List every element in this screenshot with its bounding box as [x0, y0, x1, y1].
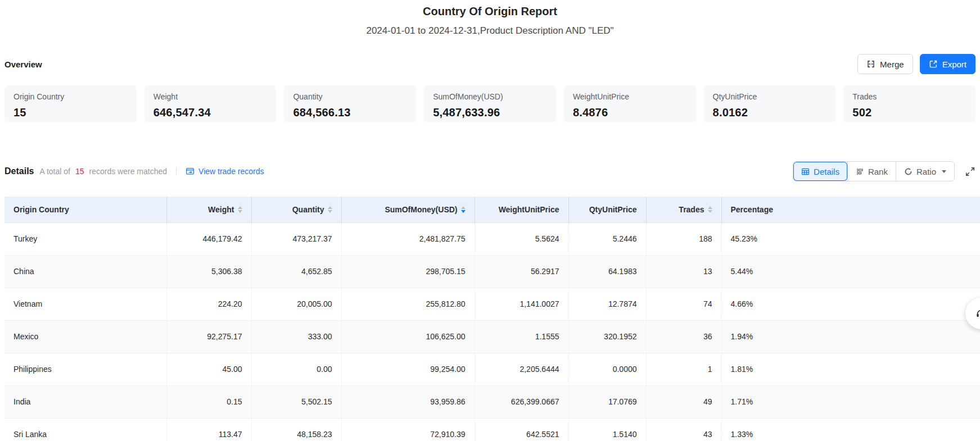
cell-weight: 92,275.17	[166, 320, 251, 353]
column-header-qty_unit_price: QtyUnitPrice	[568, 197, 646, 222]
vertical-divider	[176, 167, 177, 175]
cell-weight: 224.20	[166, 288, 251, 320]
table-row: China5,306.384,652.85298,705.1556.291764…	[4, 255, 980, 288]
card-label: Weight	[153, 92, 268, 102]
column-header-sum_of_money_usd[interactable]: SumOfMoney(USD)	[341, 197, 475, 222]
overview-card-quantity: Quantity684,566.13	[284, 85, 416, 122]
column-label: Weight	[208, 205, 234, 214]
cell-weight: 5,306.38	[166, 255, 251, 288]
report-head: Country Of Origin Report 2024-01-01 to 2…	[0, 0, 980, 37]
column-header-origin_country: Origin Country	[4, 197, 166, 222]
cell-quantity: 0.00	[251, 353, 341, 385]
view-switcher: Details Rank	[793, 161, 955, 181]
cell-weight: 45.00	[166, 353, 251, 385]
overview-bar: Overview Merge	[0, 53, 980, 75]
cell-quantity: 48,158.23	[251, 418, 341, 441]
headset-icon	[975, 307, 980, 320]
card-value: 15	[13, 106, 128, 119]
cell-trades: 49	[646, 385, 721, 418]
column-header-weight_unit_price: WeightUnitPrice	[475, 197, 568, 222]
table-row: India0.155,502.1593,959.86626,399.066717…	[4, 385, 980, 418]
card-value: 684,566.13	[293, 106, 407, 119]
matched-count: 15	[75, 167, 84, 176]
view-trade-records-link[interactable]: View trade records	[186, 167, 264, 176]
cell-weight: 446,179.42	[166, 222, 251, 255]
cell-weight_unit_price: 642.5521	[475, 418, 568, 441]
card-label: Origin Country	[13, 92, 128, 102]
overview-actions: Merge Export	[857, 54, 976, 74]
card-label: WeightUnitPrice	[573, 92, 687, 102]
cell-qty_unit_price: 0.0000	[568, 353, 646, 385]
column-label: WeightUnitPrice	[499, 205, 559, 214]
cell-percentage: 1.94%	[721, 320, 980, 353]
ratio-view-icon	[904, 167, 913, 176]
table-row: Mexico92,275.17333.00106,625.001.1555320…	[4, 320, 980, 353]
cell-origin_country: Sri Lanka	[4, 418, 166, 441]
column-label: Percentage	[731, 205, 773, 214]
overview-cards: Origin Country15Weight646,547.34Quantity…	[0, 85, 980, 122]
column-label: Origin Country	[13, 205, 69, 214]
cell-origin_country: Mexico	[4, 320, 166, 353]
card-label: SumOfMoney(USD)	[433, 92, 547, 102]
trade-records-icon	[186, 167, 195, 176]
sort-icon[interactable]	[238, 206, 242, 213]
chevron-down-icon	[942, 170, 946, 173]
tab-details-label: Details	[814, 167, 839, 176]
tab-rank-label: Rank	[868, 167, 888, 176]
cell-trades: 13	[646, 255, 721, 288]
overview-card-qtyunitprice: QtyUnitPrice8.0162	[704, 85, 836, 122]
column-header-trades[interactable]: Trades	[646, 197, 721, 222]
table-row: Sri Lanka113.4748,158.2372,910.39642.552…	[4, 418, 980, 441]
cell-trades: 74	[646, 288, 721, 320]
cell-trades: 36	[646, 320, 721, 353]
cell-qty_unit_price: 12.7874	[568, 288, 646, 320]
column-header-quantity[interactable]: Quantity	[251, 197, 341, 222]
matched-suffix: records were matched	[89, 167, 168, 176]
country-of-origin-report-page: Country Of Origin Report 2024-01-01 to 2…	[0, 0, 980, 441]
cell-weight_unit_price: 56.2917	[475, 255, 568, 288]
details-section-title: Details	[4, 166, 34, 176]
tab-ratio[interactable]: Ratio	[896, 162, 954, 181]
cell-origin_country: China	[4, 255, 166, 288]
cell-weight_unit_price: 1,141.0027	[475, 288, 568, 320]
sort-icon[interactable]	[708, 206, 712, 213]
details-bar: Details A total of 15 records were match…	[0, 161, 980, 182]
cell-qty_unit_price: 1.5140	[568, 418, 646, 441]
fullscreen-icon[interactable]	[965, 166, 976, 177]
cell-sum_of_money_usd: 2,481,827.75	[341, 222, 475, 255]
card-value: 5,487,633.96	[433, 106, 547, 119]
sort-icon[interactable]	[461, 206, 466, 213]
details-summary: Details A total of 15 records were match…	[4, 166, 264, 176]
details-controls: Details Rank	[793, 161, 976, 181]
cell-percentage: 4.66%	[721, 288, 980, 320]
cell-quantity: 5,502.15	[251, 385, 341, 418]
tab-rank[interactable]: Rank	[847, 162, 896, 181]
card-label: QtyUnitPrice	[713, 92, 827, 102]
column-label: Trades	[679, 205, 704, 214]
cell-trades: 1	[646, 353, 721, 385]
card-label: Quantity	[293, 92, 407, 102]
merge-button-label: Merge	[880, 60, 904, 69]
tab-details[interactable]: Details	[793, 162, 847, 181]
merge-button[interactable]: Merge	[857, 54, 913, 74]
cell-weight_unit_price: 5.5624	[475, 222, 568, 255]
export-icon	[929, 60, 938, 69]
column-header-weight[interactable]: Weight	[166, 197, 251, 222]
cell-origin_country: India	[4, 385, 166, 418]
export-button[interactable]: Export	[920, 54, 976, 74]
export-button-label: Export	[942, 60, 967, 69]
cell-sum_of_money_usd: 93,959.86	[341, 385, 475, 418]
merge-icon	[866, 60, 875, 69]
cell-percentage: 5.44%	[721, 255, 980, 288]
overview-section-title: Overview	[4, 60, 42, 69]
cell-quantity: 4,652.85	[251, 255, 341, 288]
column-label: QtyUnitPrice	[589, 205, 637, 214]
cell-sum_of_money_usd: 72,910.39	[341, 418, 475, 441]
view-trade-records-label: View trade records	[198, 167, 264, 176]
sort-icon[interactable]	[328, 206, 332, 213]
tab-ratio-label: Ratio	[916, 167, 936, 176]
cell-weight_unit_price: 1.1555	[475, 320, 568, 353]
card-value: 502	[852, 106, 967, 119]
overview-card-origin-country: Origin Country15	[4, 85, 137, 122]
overview-card-trades: Trades502	[843, 85, 976, 122]
